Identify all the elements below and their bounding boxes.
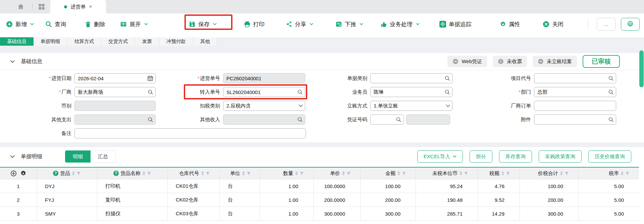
cell-total_with_tax[interactable]: 200.00 [520, 193, 579, 207]
sort-icons[interactable] [201, 171, 204, 175]
toolbar-settings-button[interactable] [621, 18, 640, 31]
query-button[interactable]: 查询 [45, 17, 66, 32]
delete-button[interactable]: 删除 [85, 17, 105, 32]
project-code-input[interactable] [534, 73, 616, 83]
search-icon[interactable] [608, 76, 614, 81]
search-icon[interactable] [396, 117, 401, 123]
scrollbar-thumb[interactable] [639, 50, 644, 87]
cell-tax_amount[interactable]: 4.76 [478, 179, 520, 193]
no-invoice-badge[interactable]: 未收票 [493, 56, 527, 67]
filter-icon[interactable] [565, 171, 569, 176]
account-method-select[interactable]: 1.单张立账 [370, 101, 452, 111]
cell-warehouse_code[interactable]: CK03仓库 [168, 207, 220, 220]
cell-goods_name[interactable]: 扫描仪 [97, 207, 168, 220]
help-icon[interactable]: ? [53, 171, 58, 176]
table-row[interactable]: 2FYJ复印机CK02仓库台1.00200.0000200.00190.489.… [0, 193, 639, 207]
sort-icons[interactable] [397, 171, 400, 175]
collapse-chevron-icon[interactable] [10, 60, 15, 63]
tab-settlement[interactable]: 结算方式 [67, 37, 101, 46]
web-voucher-badge[interactable]: Web凭证 [447, 56, 487, 67]
tab-prepayment[interactable]: 冲预付款 [159, 37, 193, 46]
apps-grid-icon[interactable] [38, 3, 45, 10]
department-input[interactable] [534, 87, 616, 97]
filter-icon[interactable] [247, 171, 251, 176]
search-icon[interactable] [608, 89, 614, 95]
cell-qty[interactable]: 1.00 [260, 179, 314, 193]
not-closed-badge[interactable]: 未立账结案 [533, 56, 577, 67]
column-header-tax_amount[interactable]: 税额 [478, 168, 520, 179]
cell-unit[interactable]: 台 [220, 207, 260, 220]
filter-icon[interactable] [402, 171, 406, 176]
cell-untaxed_amount[interactable]: 95.24 [416, 179, 478, 193]
cell-warehouse_code[interactable]: CK01仓库 [168, 179, 220, 193]
business-process-button[interactable]: 业务处理 [381, 17, 420, 32]
sort-icons[interactable] [342, 171, 345, 175]
row-number[interactable]: 1 [0, 179, 37, 193]
column-header-tax_rate[interactable]: 税率 [579, 168, 639, 179]
tab-doc-detail[interactable]: 单据明细 [34, 37, 67, 46]
cell-tax_rate[interactable]: 5.00 [579, 179, 639, 193]
attachment-input[interactable] [534, 115, 616, 125]
filter-icon[interactable] [506, 171, 510, 176]
cell-qty[interactable]: 1.00 [260, 193, 314, 207]
add-row-icon[interactable] [10, 170, 17, 177]
inventory-query-button[interactable]: 库存查询 [499, 150, 532, 163]
search-icon[interactable] [444, 76, 450, 81]
purchase-policy-query-button[interactable]: 采购政策查询 [539, 150, 582, 163]
cell-goods_name[interactable]: 打印机 [97, 179, 168, 193]
push-down-button[interactable]: 下推 [335, 17, 363, 32]
cell-warehouse_code[interactable]: CK02仓库 [168, 193, 220, 207]
cell-goods_code[interactable]: DYJ [37, 179, 97, 193]
cell-tax_rate[interactable]: 5.00 [579, 193, 639, 207]
add-button[interactable]: 新增 [6, 17, 34, 32]
cell-unit_price[interactable]: 300.0000 [314, 207, 361, 220]
sort-icons[interactable] [560, 171, 563, 175]
column-header-unit_price[interactable]: 单价 [314, 168, 361, 179]
help-icon[interactable]: ? [113, 171, 119, 176]
save-button[interactable]: 保存 [189, 17, 217, 32]
sort-icons[interactable] [460, 171, 462, 175]
cell-goods_name[interactable]: 复印机 [97, 193, 168, 207]
filter-icon[interactable] [464, 171, 468, 176]
cell-tax_amount[interactable]: 14.29 [478, 207, 520, 220]
row-tools-header[interactable] [0, 168, 37, 179]
cell-qty[interactable]: 1.00 [260, 207, 314, 220]
column-header-untaxed_amount[interactable]: 未税本位币 [416, 168, 478, 179]
view-tab-summary[interactable]: 汇总 [91, 150, 116, 163]
expand-button[interactable]: 展开 [120, 17, 148, 32]
remark-input[interactable] [74, 128, 306, 138]
sort-icons[interactable] [295, 171, 298, 175]
cell-unit_price[interactable]: 100.0000 [314, 179, 361, 193]
sort-icons[interactable] [242, 171, 245, 175]
column-header-warehouse_code[interactable]: 仓库代号 [168, 168, 220, 179]
column-header-unit[interactable]: 单位 [220, 168, 260, 179]
view-tab-detail[interactable]: 明细 [65, 150, 91, 163]
table-row[interactable]: 3SMY扫描仪CK03仓库台1.00300.0000300.00285.7114… [0, 207, 639, 221]
cell-untaxed_amount[interactable]: 285.71 [416, 207, 478, 220]
vertical-scrollbar[interactable] [639, 47, 644, 224]
cell-unit[interactable]: 台 [220, 193, 260, 207]
tab-basic-info[interactable]: 基础信息 [0, 37, 34, 46]
filter-icon[interactable] [300, 171, 304, 176]
filter-icon[interactable] [76, 171, 81, 176]
close-tab-icon[interactable]: × [89, 4, 92, 9]
more-button[interactable]: ... [597, 18, 615, 31]
excel-import-button[interactable]: EXCEL导入 [417, 150, 463, 163]
filter-icon[interactable] [346, 171, 351, 176]
collapse-chevron-icon[interactable] [10, 155, 15, 158]
cell-total_with_tax[interactable]: 300.00 [520, 207, 579, 220]
search-icon[interactable] [608, 117, 614, 123]
close-button[interactable]: 关闭 [543, 17, 564, 32]
cell-untaxed_amount[interactable]: 190.48 [416, 193, 478, 207]
column-header-goods_name[interactable]: ?货品名称 [97, 168, 168, 179]
column-header-amount[interactable]: 金额 [361, 168, 416, 179]
cell-amount[interactable]: 100.00 [361, 179, 416, 193]
cell-unit[interactable]: 台 [220, 179, 260, 193]
filter-icon[interactable] [625, 171, 630, 176]
cell-goods_code[interactable]: SMY [37, 207, 97, 220]
doc-trace-button[interactable]: 单据追踪 [439, 17, 472, 32]
tab-purchase-order[interactable]: 进货单 × [50, 0, 106, 13]
cell-amount[interactable]: 200.00 [361, 193, 416, 207]
cell-amount[interactable]: 300.00 [361, 207, 416, 220]
cell-tax_amount[interactable]: 9.52 [478, 193, 520, 207]
